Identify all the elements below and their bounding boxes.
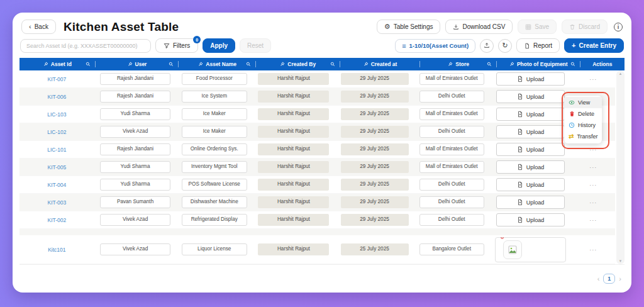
asset-name-cell[interactable]: Food Processor <box>182 73 247 84</box>
store-cell[interactable]: Delhi Outlet <box>419 214 484 225</box>
page-number-button[interactable]: 1 <box>603 274 615 284</box>
photo-thumbnail[interactable] <box>503 240 522 259</box>
user-cell[interactable]: Yudi Sharma <box>100 108 170 120</box>
user-cell[interactable]: Vivek Azad <box>100 214 170 225</box>
asset-id-link[interactable]: LIC-102 <box>47 129 66 135</box>
upload-button[interactable]: Upload <box>496 90 565 103</box>
asset-id-link[interactable]: KIT-004 <box>47 182 66 188</box>
asset-name-cell[interactable]: Ice Maker <box>182 108 247 120</box>
upload-button[interactable]: Upload <box>496 143 565 156</box>
asset-count-chip[interactable]: ≡ 1-10/10(Asset Count) <box>395 39 475 53</box>
upload-button[interactable]: Upload <box>496 125 565 138</box>
asset-id-link[interactable]: KIT-003 <box>47 199 66 206</box>
pin-icon[interactable] <box>509 62 514 67</box>
row-actions-button[interactable]: ··· <box>589 247 597 253</box>
user-cell[interactable]: Vivek Azad <box>100 243 170 255</box>
user-cell[interactable]: Rajesh Jiandani <box>100 91 170 102</box>
row-actions-button[interactable]: ··· <box>589 182 597 188</box>
store-cell[interactable]: Delhi Outlet <box>419 91 484 102</box>
info-icon[interactable]: i <box>614 23 623 31</box>
menu-item-view[interactable]: View <box>564 97 602 108</box>
user-cell[interactable]: Rajesh Jiandani <box>100 73 170 84</box>
reset-button[interactable]: Reset <box>240 38 271 53</box>
menu-item-transfer[interactable]: ⇄ Transfer <box>564 131 602 142</box>
back-button[interactable]: ‹ Back <box>21 20 56 34</box>
prev-page-button[interactable]: ‹ <box>597 275 600 282</box>
menu-item-delete[interactable]: Delete <box>564 108 602 120</box>
pin-icon[interactable] <box>280 62 285 67</box>
asset-id-link[interactable]: LIC-101 <box>47 147 66 153</box>
export-button[interactable] <box>480 39 494 53</box>
photo-cell[interactable] <box>495 237 565 262</box>
asset-name-cell[interactable]: Liquor License <box>182 243 247 255</box>
asset-id-link[interactable]: Kitc101 <box>48 247 65 253</box>
store-cell[interactable]: Mall of Emirates Outlet <box>419 143 484 155</box>
upload-button[interactable]: Upload <box>496 178 565 191</box>
store-cell[interactable]: Delhi Outlet <box>419 196 484 208</box>
column-search-icon[interactable] <box>487 62 492 67</box>
store-cell[interactable]: Delhi Outlet <box>419 179 484 190</box>
asset-name-cell[interactable]: Ice Maker <box>182 126 247 137</box>
upload-button[interactable]: Upload <box>496 196 565 209</box>
report-button[interactable]: Report <box>516 38 560 53</box>
asset-name-cell[interactable]: Refrigerated Display <box>182 214 247 225</box>
asset-name-cell[interactable]: POS Software License <box>182 179 247 190</box>
save-button[interactable]: Save <box>518 20 557 34</box>
column-search-icon[interactable] <box>86 62 91 67</box>
column-search-icon[interactable] <box>169 62 174 67</box>
create-entry-button[interactable]: + Create Entry <box>564 38 624 53</box>
asset-name-cell[interactable]: Inventory Mgmt Tool <box>182 161 247 172</box>
user-cell[interactable]: Yudi Sharma <box>100 179 170 190</box>
store-cell[interactable]: Mall of Emirates Outlet <box>419 108 484 120</box>
refresh-button[interactable]: ↻ <box>498 39 512 53</box>
asset-id-link[interactable]: KIT-007 <box>47 76 66 82</box>
store-cell[interactable]: Bangalore Outlet <box>419 243 484 255</box>
vertical-scrollbar[interactable]: ▲ ▼ <box>616 70 625 264</box>
row-actions-button[interactable]: ··· <box>589 217 597 223</box>
row-actions-button[interactable]: ··· <box>589 199 597 206</box>
table-settings-button[interactable]: ⚙ Table Settings <box>377 20 441 34</box>
store-cell[interactable]: Mall of Emirates Outlet <box>419 161 484 172</box>
created-by-cell: Harshit Rajput <box>258 126 329 137</box>
user-cell[interactable]: Rajesh Jiandani <box>100 143 170 155</box>
download-csv-button[interactable]: Download CSV <box>445 20 513 34</box>
scroll-up-icon[interactable]: ▲ <box>619 72 623 75</box>
store-cell[interactable]: Delhi Outlet <box>419 126 484 137</box>
asset-id-link[interactable]: KIT-002 <box>47 217 66 223</box>
asset-id-link[interactable]: KIT-005 <box>47 164 66 170</box>
row-actions-button[interactable]: ··· <box>589 164 597 170</box>
asset-id-link[interactable]: KIT-006 <box>47 94 66 100</box>
user-cell[interactable]: Yudi Sharma <box>100 161 170 172</box>
asset-name-cell[interactable]: Ice System <box>182 91 247 102</box>
store-cell[interactable]: Mall of Emirates Outlet <box>419 73 484 84</box>
pin-icon[interactable] <box>198 62 203 67</box>
row-actions-button[interactable]: ··· <box>589 76 597 82</box>
next-page-button[interactable]: › <box>619 275 621 282</box>
row-actions-button[interactable]: ··· <box>589 147 597 153</box>
upload-button[interactable]: Upload <box>496 160 565 174</box>
user-cell[interactable]: Pavan Sumanth <box>100 196 170 208</box>
search-input[interactable] <box>20 39 151 53</box>
pin-icon[interactable] <box>128 62 133 67</box>
asset-name-cell[interactable]: Dishwasher Machine <box>182 196 247 208</box>
upload-button[interactable]: Upload <box>496 108 565 121</box>
pin-icon[interactable] <box>448 62 453 67</box>
pin-icon[interactable] <box>364 62 369 67</box>
eye-icon <box>569 99 575 106</box>
upload-button[interactable]: Upload <box>496 72 565 86</box>
filters-button[interactable]: Filters 0 <box>155 38 198 53</box>
pin-icon[interactable] <box>43 62 48 67</box>
discard-button[interactable]: Discard <box>562 20 608 34</box>
asset-id-link[interactable]: LIC-103 <box>47 111 66 118</box>
column-search-icon[interactable] <box>570 62 575 67</box>
delete-photo-icon[interactable] <box>499 237 505 240</box>
upload-button[interactable]: Upload <box>496 213 565 226</box>
menu-item-history[interactable]: History <box>564 120 602 131</box>
column-search-icon[interactable] <box>330 62 335 67</box>
created-at-cell: 29 July 2025 <box>341 214 409 225</box>
asset-name-cell[interactable]: Online Ordering Sys. <box>182 143 247 155</box>
scroll-down-icon[interactable]: ▼ <box>619 259 623 263</box>
user-cell[interactable]: Vivek Azad <box>100 126 170 137</box>
column-search-icon[interactable] <box>246 62 251 67</box>
apply-button[interactable]: Apply <box>203 38 235 53</box>
